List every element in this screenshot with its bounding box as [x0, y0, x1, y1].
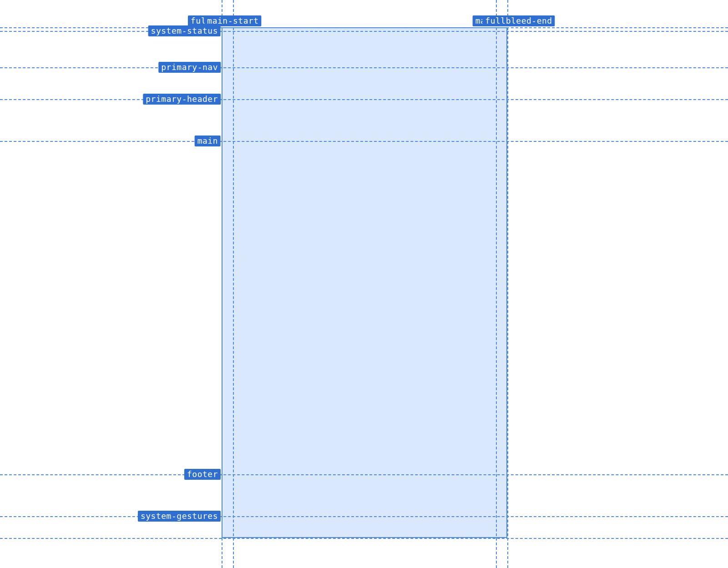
- col-line-main-end: [496, 0, 497, 568]
- row-label-primary-nav: primary-nav: [158, 62, 221, 73]
- row-line-footer: [0, 474, 728, 475]
- col-line-fullbleed-end: [507, 0, 508, 568]
- row-label-primary-header: primary-header: [143, 94, 221, 105]
- row-line-top: [0, 27, 728, 28]
- col-line-fullbleed: [222, 0, 222, 568]
- row-label-footer: footer: [184, 469, 221, 480]
- row-line-system-gestures: [0, 516, 728, 517]
- row-line-primary-nav: [0, 67, 728, 68]
- row-line-primary-header: [0, 99, 728, 100]
- row-line-bottom: [0, 538, 728, 539]
- row-label-system-status: system-status: [148, 25, 221, 36]
- col-label-fullbleed-end: fullbleed-end: [482, 15, 555, 26]
- col-label-main-start: main-start: [204, 15, 261, 26]
- col-line-main-start: [233, 0, 234, 568]
- row-line-system-status: [0, 31, 728, 32]
- row-label-system-gestures: system-gestures: [138, 511, 221, 522]
- row-label-main: main: [195, 136, 221, 146]
- grid-highlight: [222, 27, 507, 538]
- row-line-main: [0, 141, 728, 142]
